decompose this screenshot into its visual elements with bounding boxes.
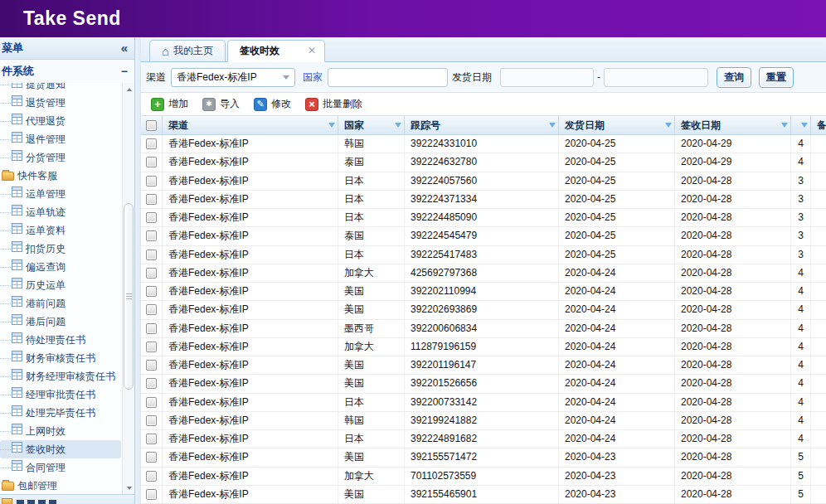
sidebar-item-分货管理[interactable]: 分货管理 (0, 148, 121, 167)
table-row[interactable]: 香港Fedex-标准IP 日本 392224371334 2020-04-25 … (141, 191, 826, 209)
table-row[interactable]: 香港Fedex-标准IP 日本 392200733142 2020-04-24 … (141, 394, 826, 412)
table-row[interactable]: 香港Fedex-标准IP 美国 392155571472 2020-04-23 … (141, 448, 826, 467)
row-checkbox[interactable] (146, 471, 157, 482)
sidebar-section-header[interactable]: 件系统 − (0, 60, 134, 83)
sidebar-item-扣货历史[interactable]: 扣货历史 (0, 240, 121, 258)
table-row[interactable]: 香港Fedex-标准IP 美国 392155465901 2020-04-23 … (141, 486, 826, 504)
toolbar-button[interactable]: 修改 (249, 95, 296, 113)
date-from-input[interactable] (500, 68, 594, 87)
table-row[interactable]: 香港Fedex-标准IP 美国 392202110994 2020-04-24 … (141, 283, 826, 301)
table-row[interactable]: 香港Fedex-标准IP 韩国 392224331010 2020-04-25 … (141, 135, 826, 153)
table-row[interactable]: 香港Fedex-标准IP 韩国 392199241882 2020-04-24 … (141, 412, 826, 430)
sidebar-item-待处理责任书[interactable]: 待处理责任书 (0, 331, 121, 349)
sidebar-item-运单管理[interactable]: 运单管理 (0, 185, 121, 203)
column-header[interactable]: 国家 (338, 116, 405, 134)
sidebar-item-财务经理审核责任书[interactable]: 财务经理审核责任书 (0, 367, 121, 385)
toolbar-button[interactable]: 批量删除 (300, 95, 367, 113)
row-checkbox[interactable] (146, 212, 157, 223)
column-header[interactable] (141, 116, 163, 134)
sidebar-item-经理审批责任书[interactable]: 经理审批责任书 (0, 385, 121, 404)
table-row[interactable]: 香港Fedex-标准IP 墨西哥 392200606834 2020-04-24… (141, 320, 826, 338)
row-checkbox[interactable] (146, 489, 157, 500)
country-input[interactable] (328, 68, 448, 87)
sidebar-splitter[interactable] (135, 37, 141, 504)
cell-days: 3 (791, 191, 811, 208)
sidebar-item-历史运单[interactable]: 历史运单 (0, 276, 121, 294)
select-all-checkbox[interactable] (146, 120, 157, 131)
collapsed-section-sliver[interactable] (0, 494, 134, 504)
table-row[interactable]: 香港Fedex-标准IP 加拿大 112879196159 2020-04-24… (141, 338, 826, 356)
sidebar-item-代理退货[interactable]: 代理退货 (0, 112, 121, 130)
table-row[interactable]: 香港Fedex-标准IP 美国 392201526656 2020-04-24 … (141, 375, 826, 393)
sidebar-item-包邮管理[interactable]: 包邮管理 (0, 477, 121, 494)
tab[interactable]: ⌂ 我的主页 ✕ (149, 40, 226, 62)
row-checkbox[interactable] (146, 176, 157, 187)
table-row[interactable]: 香港Fedex-标准IP 泰国 392224545479 2020-04-25 … (141, 227, 826, 245)
row-checkbox[interactable] (146, 286, 157, 297)
row-checkbox[interactable] (146, 342, 157, 352)
column-header[interactable]: 备注 (811, 116, 826, 134)
tab[interactable]: ⌂ 签收时效 ✕ (227, 40, 325, 62)
collapse-section-icon[interactable]: − (121, 60, 128, 83)
channel-select[interactable]: 香港Fedex-标准IP (171, 68, 295, 87)
close-icon[interactable]: ✕ (308, 41, 316, 61)
sidebar-item-港前问题[interactable]: 港前问题 (0, 294, 121, 313)
table-row[interactable]: 香港Fedex-标准IP 日本 392224485090 2020-04-25 … (141, 209, 826, 227)
table-row[interactable]: 香港Fedex-标准IP 美国 392202693869 2020-04-24 … (141, 301, 826, 319)
sidebar-item-退货管理[interactable]: 退货管理 (0, 94, 121, 112)
row-checkbox[interactable] (146, 415, 157, 426)
row-checkbox[interactable] (146, 250, 157, 260)
sidebar-item-运单轨迹[interactable]: 运单轨迹 (0, 203, 121, 221)
scroll-down-button[interactable] (123, 482, 134, 494)
cell-channel: 香港Fedex-标准IP (163, 448, 338, 466)
row-checkbox[interactable] (146, 323, 157, 334)
sidebar-item-财务审核责任书[interactable]: 财务审核责任书 (0, 349, 121, 367)
table-row[interactable]: 香港Fedex-标准IP 加拿大 701102573559 2020-04-23… (141, 468, 826, 486)
sidebar-item-处理完毕责任书[interactable]: 处理完毕责任书 (0, 404, 121, 422)
sidebar-item-快件客服[interactable]: 快件客服 (0, 167, 121, 185)
table-row[interactable]: 香港Fedex-标准IP 泰国 392224632780 2020-04-25 … (141, 153, 826, 172)
sidebar-item-签收时效[interactable]: 签收时效 (0, 440, 121, 458)
sidebar-item-港后问题[interactable]: 港后问题 (0, 313, 121, 331)
reset-button[interactable]: 重置 (759, 67, 794, 88)
row-checkbox[interactable] (146, 268, 157, 279)
row-checkbox[interactable] (146, 434, 157, 444)
date-to-input[interactable] (604, 68, 708, 87)
row-checkbox[interactable] (146, 397, 157, 408)
cell-remark (811, 338, 826, 356)
column-header[interactable]: 签收日期 (675, 116, 791, 134)
scroll-up-button[interactable] (123, 83, 134, 95)
row-checkbox[interactable] (146, 360, 157, 371)
table-row[interactable]: 香港Fedex-标准IP 日本 392224891682 2020-04-24 … (141, 430, 826, 448)
row-checkbox[interactable] (146, 378, 157, 389)
sidebar-item-偏远查询[interactable]: 偏远查询 (0, 258, 121, 276)
search-button[interactable]: 查询 (717, 67, 751, 88)
row-checkbox[interactable] (146, 157, 157, 167)
column-header[interactable] (791, 116, 811, 134)
column-header[interactable]: 跟踪号 (405, 116, 559, 134)
row-checkbox[interactable] (146, 452, 157, 463)
sidebar-item-合同管理[interactable]: 合同管理 (0, 458, 121, 477)
collapse-sidebar-icon[interactable]: « (121, 37, 128, 59)
row-checkbox[interactable] (146, 230, 157, 241)
cell-ship-date: 2020-04-24 (559, 320, 675, 337)
column-header[interactable]: 渠道 (163, 116, 338, 134)
cell-channel: 香港Fedex-标准IP (163, 356, 338, 374)
chevron-down-icon[interactable] (278, 75, 294, 80)
row-checkbox[interactable] (146, 138, 157, 149)
table-icon (12, 313, 22, 331)
sidebar-item-退件管理[interactable]: 退件管理 (0, 130, 121, 148)
toolbar-button[interactable]: 导入 (197, 95, 245, 113)
sidebar-item-上网时效[interactable]: 上网时效 (0, 422, 121, 440)
scrollbar-thumb[interactable] (124, 203, 134, 390)
sidebar-item-提货通知[interactable]: 提货通知 (0, 83, 121, 94)
row-checkbox[interactable] (146, 194, 157, 205)
column-header[interactable]: 发货日期 (559, 116, 675, 134)
toolbar-button[interactable]: 增加 (146, 95, 193, 113)
table-row[interactable]: 香港Fedex-标准IP 美国 392201196147 2020-04-24 … (141, 356, 826, 375)
row-checkbox[interactable] (146, 304, 157, 315)
table-row[interactable]: 香港Fedex-标准IP 日本 392224057560 2020-04-25 … (141, 172, 826, 191)
table-row[interactable]: 香港Fedex-标准IP 加拿大 425692797368 2020-04-24… (141, 264, 826, 283)
table-row[interactable]: 香港Fedex-标准IP 日本 392225417483 2020-04-25 … (141, 246, 826, 264)
sidebar-item-运单资料[interactable]: 运单资料 (0, 221, 121, 240)
